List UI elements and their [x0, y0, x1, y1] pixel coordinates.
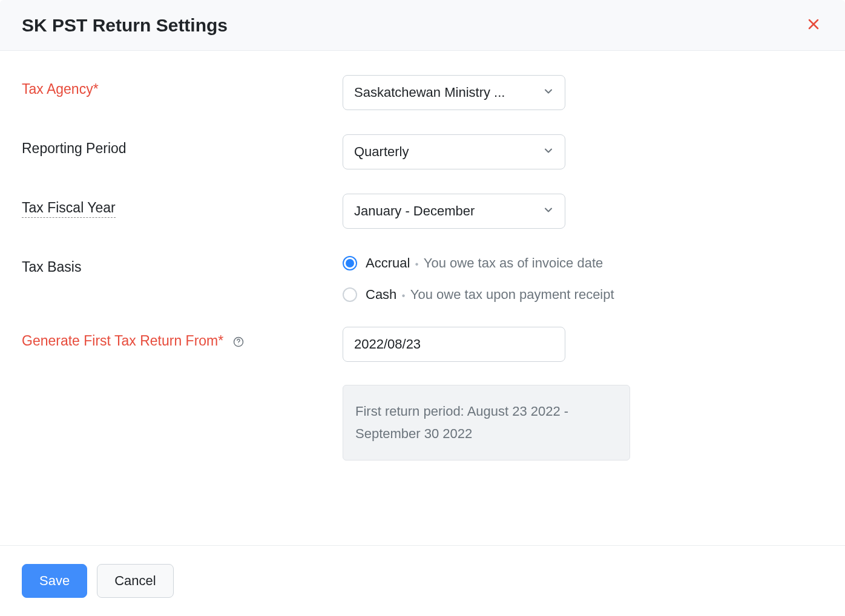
- modal-header: SK PST Return Settings: [0, 0, 845, 51]
- label-tax-agency: Tax Agency*: [22, 75, 343, 97]
- first-return-period-info: First return period: August 23 2022 - Se…: [343, 385, 630, 460]
- save-button[interactable]: Save: [22, 564, 87, 598]
- label-tax-basis: Tax Basis: [22, 253, 343, 275]
- label-reporting-period: Reporting Period: [22, 134, 343, 157]
- label-tax-fiscal-year: Tax Fiscal Year: [22, 194, 343, 218]
- help-icon[interactable]: [232, 336, 245, 348]
- close-button[interactable]: [804, 15, 823, 36]
- select-reporting-period-value: Quarterly: [343, 134, 565, 169]
- row-first-return-from: Generate First Tax Return From* First re…: [22, 327, 823, 460]
- label-first-return-from: Generate First Tax Return From*: [22, 327, 343, 349]
- radio-indicator: [343, 287, 357, 302]
- radio-hint-accrual: You owe tax as of invoice date: [424, 255, 603, 270]
- modal-footer: Save Cancel: [0, 545, 845, 616]
- row-tax-fiscal-year: Tax Fiscal Year January - December: [22, 194, 823, 229]
- select-reporting-period[interactable]: Quarterly: [343, 134, 565, 169]
- radio-hint-cash: You owe tax upon payment receipt: [410, 287, 614, 302]
- radio-option-accrual[interactable]: Accrual • You owe tax as of invoice date: [343, 255, 614, 271]
- row-tax-basis: Tax Basis Accrual • You owe tax as of in…: [22, 253, 823, 303]
- row-reporting-period: Reporting Period Quarterly: [22, 134, 823, 169]
- select-tax-agency[interactable]: Saskatchewan Ministry ...: [343, 75, 565, 110]
- cancel-button[interactable]: Cancel: [97, 564, 173, 598]
- close-icon: [806, 17, 821, 33]
- settings-modal: SK PST Return Settings Tax Agency* Saska…: [0, 0, 845, 616]
- select-tax-agency-value: Saskatchewan Ministry ...: [343, 75, 565, 110]
- input-first-return-date[interactable]: [343, 327, 565, 362]
- modal-title: SK PST Return Settings: [22, 15, 228, 36]
- svg-point-3: [238, 344, 238, 344]
- select-tax-fiscal-year[interactable]: January - December: [343, 194, 565, 229]
- row-tax-agency: Tax Agency* Saskatchewan Ministry ...: [22, 75, 823, 110]
- select-tax-fiscal-year-value: January - December: [343, 194, 565, 229]
- radio-indicator: [343, 256, 357, 270]
- radio-option-cash[interactable]: Cash • You owe tax upon payment receipt: [343, 287, 614, 303]
- radio-label-accrual: Accrual: [366, 255, 410, 270]
- modal-body: Tax Agency* Saskatchewan Ministry ... Re…: [0, 51, 845, 545]
- radio-label-cash: Cash: [366, 287, 396, 302]
- tax-basis-radio-group: Accrual • You owe tax as of invoice date…: [343, 253, 614, 303]
